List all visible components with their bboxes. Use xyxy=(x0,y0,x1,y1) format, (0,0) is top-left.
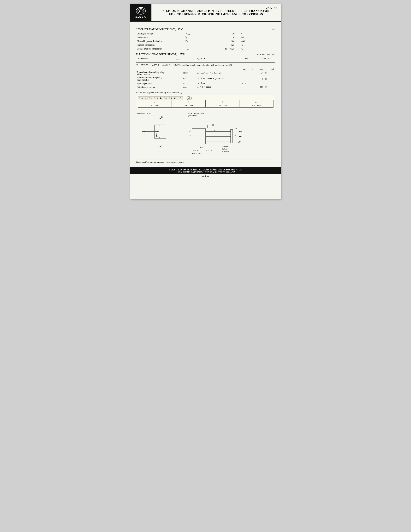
grade-label-row: J K L M xyxy=(138,100,273,104)
hdr-typ: typ xyxy=(247,67,254,71)
param-val: 125 xyxy=(206,43,240,47)
param-typ xyxy=(247,81,254,85)
grade-lbl-j: J xyxy=(138,100,172,104)
param-name: Input impedance xyxy=(136,81,182,85)
param-sym: zin xyxy=(182,81,196,85)
param-typ xyxy=(247,85,254,89)
footer-line1: TOKYO SANYO ELECTRIC CO., LTD. SEMICONDU… xyxy=(132,169,279,171)
param-sym: IDSS* xyxy=(175,57,196,61)
svg-marker-17 xyxy=(156,135,158,136)
param-unit: Ω xyxy=(264,81,275,85)
grade-range-k: 150 – 300 xyxy=(172,104,206,107)
svg-text:0.3: 0.3 xyxy=(235,127,237,129)
param-max: −3 xyxy=(254,71,264,76)
param-name: Storage ambient temperature xyxy=(136,47,185,50)
table-row: Transmission loss voltage-drop character… xyxy=(136,71,275,76)
case-outline-title: Case Outline 2001 (unit: mm) xyxy=(188,112,275,117)
param-max xyxy=(254,81,264,85)
svg-text:1.3: 1.3 xyxy=(234,135,236,137)
grade-seg-9: 1.5 xyxy=(177,97,183,100)
hdr-max: max xyxy=(254,67,264,71)
svg-text:4.0: 4.0 xyxy=(188,130,190,132)
param-unit: °C xyxy=(240,47,275,50)
grade-bar: 0.06 A 0.3 0.25 B 0.8 0.6 C 1.5 xyxy=(138,96,183,100)
svg-point-2 xyxy=(139,10,142,12)
param-sym: PD xyxy=(185,39,206,43)
hdr-min: min xyxy=(237,67,247,71)
logo-text: SANYO xyxy=(135,16,146,19)
grade-seg-4: 0.25 xyxy=(153,97,159,100)
condition-text: [Ta = 25°C, VCC = 4.5 V, RD = 680 Ω, Cin… xyxy=(136,64,275,67)
page-number: — 1 — xyxy=(130,174,281,179)
svg-text:D: Drain: D: Drain xyxy=(222,145,228,147)
svg-point-23 xyxy=(159,118,161,119)
header: SANYO SILICON N-CHANNEL JUNCTION-TYPE FI… xyxy=(130,4,281,22)
svg-text:G: Gate: G: Gate xyxy=(222,148,227,150)
param-min: 0.06* xyxy=(235,57,249,61)
param-min xyxy=(237,85,247,89)
table-row: Drain-gate voltage VDGO 20 V xyxy=(136,32,275,35)
param-name: Transmission loss frequencycharacteristi… xyxy=(136,76,182,81)
svg-point-1 xyxy=(138,9,144,13)
grade-diagram: 0.06 A 0.3 0.25 B 0.8 0.6 C 1.5 μA J xyxy=(136,95,275,109)
param-val: 100 xyxy=(206,39,240,43)
grade-seg-2: A xyxy=(144,97,148,100)
footer-line2: 15-13, 6-CHOME, SOTOKANDA, CHIYODA-KU, T… xyxy=(132,171,279,173)
svg-text:S: Source: S: Source xyxy=(222,151,229,152)
param-unit: dB xyxy=(264,71,275,76)
param-name: Gate current xyxy=(136,36,185,39)
grade-range-j: 60 – 180 xyxy=(138,104,172,107)
grade-ua-label: μA xyxy=(186,96,192,100)
svg-point-22 xyxy=(143,131,145,132)
grade-note: * * 2SK156 is graded as follows by drain… xyxy=(136,91,275,94)
datasheet-page: 2SK156 SANYO SILICON N-CHANNEL JUNCTION-… xyxy=(130,4,281,199)
grade-seg-1: 0.06 xyxy=(138,97,144,100)
param-min xyxy=(237,76,247,81)
param-typ xyxy=(247,71,254,76)
param-unit: V xyxy=(240,32,275,35)
svg-text:●G: ●G xyxy=(239,135,242,137)
param-sym: VDGO xyxy=(185,32,206,35)
grade-seg-3: 0.3 xyxy=(148,97,153,100)
svg-text:SANYO: SP: SANYO: SP xyxy=(192,153,201,155)
footer-note: These specifications are subject to chan… xyxy=(136,159,275,163)
svg-text:←3.0→: ←3.0→ xyxy=(192,149,198,151)
svg-rect-24 xyxy=(192,129,206,144)
svg-text:●S: ●S xyxy=(239,140,241,142)
param-cond: f = 1 k ∼ 110 Hz, Vin = 10 mV xyxy=(196,76,237,81)
param-val: 20 xyxy=(206,32,240,35)
table-row: Allowable power dissipation PD 100 mW xyxy=(136,39,275,43)
title-line2: FOR CONDENSER MICROPHONE IMPEDANCE CONVE… xyxy=(169,13,263,16)
param-min: 20 M xyxy=(237,81,247,85)
svg-text:←13.2→: ←13.2→ xyxy=(206,149,212,151)
table-row: Transmission loss frequencycharacteristi… xyxy=(136,76,275,81)
svg-text:0.35: 0.35 xyxy=(214,129,217,131)
param-sym: VNO xyxy=(182,85,196,89)
hdr-unit: unit xyxy=(264,67,275,71)
param-typ xyxy=(247,76,254,81)
equiv-circuit-svg: D G xyxy=(136,115,178,150)
param-max: −110 xyxy=(254,85,264,89)
param-max: 1.5* xyxy=(257,57,267,61)
param-name: Output noise voltage xyxy=(136,85,182,89)
param-name: Transmission loss voltage-drop character… xyxy=(136,71,182,76)
param-val: 10 xyxy=(206,36,240,39)
param-max: −1 xyxy=(254,76,264,81)
svg-text:●D: ●D xyxy=(239,131,242,133)
param-sym: ΔGvf xyxy=(182,76,196,81)
logo-box: SANYO xyxy=(130,4,151,21)
grade-lbl-m: M xyxy=(239,100,273,104)
param-sym: Tj xyxy=(185,43,206,47)
table-row: Drain current IDSS* VDS = 10 V 0.06* 1.5… xyxy=(136,57,275,61)
param-unit: mA xyxy=(240,36,275,39)
table-row: Input impedance zin f = 1 kHz 20 M Ω xyxy=(136,81,275,85)
table-row: Gate current IG 10 mA xyxy=(136,36,275,39)
svg-text:D: D xyxy=(161,116,163,118)
grade-seg-7: 0.6 xyxy=(168,97,173,100)
grade-range-m: 400 – 800 xyxy=(239,104,273,107)
param-unit: dB xyxy=(264,76,275,81)
equiv-circuit: Equivalent circuit D G xyxy=(136,112,186,156)
param-name: Allowable power dissipation xyxy=(136,39,185,43)
main-content: ABSOLUTE MAXIMUM RATINGS/Ta = 25°C unit … xyxy=(130,22,281,165)
grade-seg-6: 0.8 xyxy=(163,97,168,100)
